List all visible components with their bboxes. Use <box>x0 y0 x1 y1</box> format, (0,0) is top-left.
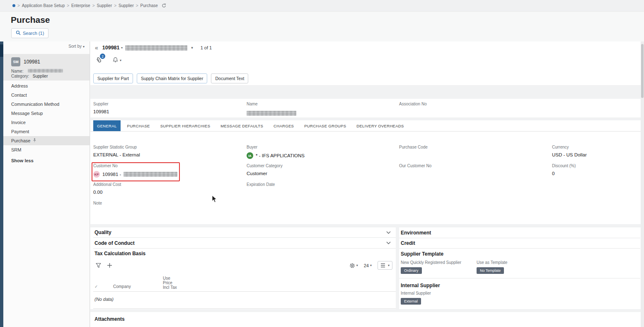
note-label: Note <box>93 201 102 205</box>
view-toggle-button[interactable]: ▾ <box>378 261 392 270</box>
no-template-badge: No Template <box>477 267 504 274</box>
buyer-label: Buyer <box>247 145 305 149</box>
currency-value[interactable]: USD - US Dollar <box>552 152 587 157</box>
credit-title: Credit <box>401 240 415 246</box>
tab-general[interactable]: GENERAL <box>93 120 121 131</box>
column-use-price-incl-tax[interactable]: Use Price Incl Tax <box>163 276 177 290</box>
field-buyer: Buyer IA * - IFS APPLICATIONS <box>247 145 305 159</box>
supplier-statistic-group-value[interactable]: EXTERNAL - External <box>93 152 140 157</box>
supply-chain-matrix-button[interactable]: Supply Chain Matrix for Supplier <box>137 73 208 83</box>
notifications-bell-icon[interactable] <box>113 57 118 63</box>
quality-title: Quality <box>94 229 111 235</box>
record-card-avatar: SM <box>11 57 20 66</box>
refresh-icon[interactable] <box>162 3 166 8</box>
search-button[interactable]: Search (1) <box>11 28 48 38</box>
purchase-screen: Application Base Setup Enterprise Suppli… <box>0 0 644 327</box>
supplier-template-title: Supplier Template <box>401 251 443 257</box>
supplier-for-part-button[interactable]: Supplier for Part <box>93 73 133 83</box>
chevron-down-icon[interactable] <box>386 242 391 244</box>
column-use-line: Use <box>163 276 177 281</box>
sidebar-item-contact[interactable]: Contact <box>3 90 90 100</box>
search-button-label: Search (1) <box>23 31 44 36</box>
table-settings-gear-icon[interactable]: ▾ <box>349 263 358 268</box>
filter-icon[interactable] <box>96 263 101 268</box>
chevron-down-icon: ▾ <box>388 264 390 267</box>
summary-name: Name <box>247 102 296 117</box>
separator <box>90 309 644 312</box>
tab-delivery-overheads[interactable]: DELIVERY OVERHEADS <box>353 120 407 131</box>
new-quickly-registered-supplier-label: New Quickly Registered Supplier <box>401 260 461 265</box>
tab-purchase-groups[interactable]: PURCHASE GROUPS <box>300 120 350 131</box>
breadcrumb-item-enterprise[interactable]: Enterprise <box>67 3 90 8</box>
field-discount: Discount (%) 0 <box>552 164 576 176</box>
customer-no-label: Customer No <box>93 164 177 168</box>
select-all-check-icon[interactable]: ✓ <box>94 284 98 289</box>
field-additional-cost: Additional Cost 0.00 <box>93 182 121 195</box>
record-card[interactable]: SM 109981 Name: Category: Supplier <box>3 54 90 81</box>
attachments-icon[interactable] <box>96 57 102 63</box>
add-row-icon[interactable] <box>107 263 112 268</box>
tab-supplier-hierarchies[interactable]: SUPPLIER HIERARCHIES <box>157 120 214 131</box>
document-text-button[interactable]: Document Text <box>211 73 248 83</box>
additional-cost-label: Additional Cost <box>93 182 121 187</box>
section-tax-calculation-basis: Tax Calculation Basis <box>93 249 396 259</box>
left-rail <box>0 41 3 327</box>
code-of-conduct-title: Code of Conduct <box>94 240 135 246</box>
show-less[interactable]: Show less <box>3 156 90 165</box>
currency-label: Currency <box>552 145 587 149</box>
field-expiration-date: Expiration Date <box>247 182 275 190</box>
tab-charges[interactable]: CHARGES <box>270 120 298 131</box>
buyer-value[interactable]: * - IFS APPLICATIONS <box>256 153 305 158</box>
record-toolbar: 2 ▾ <box>96 57 121 63</box>
page-title: Purchase <box>11 15 50 25</box>
tab-message-defaults[interactable]: MESSAGE DEFAULTS <box>217 120 267 131</box>
search-icon <box>16 30 21 36</box>
redacted-text <box>125 45 187 51</box>
breadcrumb-item-supplier-2[interactable]: Supplier <box>114 3 134 8</box>
scrollbar-thumb[interactable] <box>641 44 644 98</box>
tab-purchase[interactable]: PURCHASE <box>123 120 154 131</box>
sort-by-control[interactable]: Sort by▾ <box>68 44 85 49</box>
sidebar-item-purchase[interactable]: Purchase <box>3 136 90 145</box>
left-rail-active-indicator[interactable] <box>0 44 3 57</box>
record-dropdown-icon[interactable]: ▾ <box>191 46 193 50</box>
chevron-down-icon[interactable] <box>386 231 391 234</box>
field-customer-category: Customer Category Customer <box>247 164 283 176</box>
section-environment[interactable]: Environment <box>399 227 640 238</box>
sidebar-item-communication-method[interactable]: Communication Method <box>3 100 90 109</box>
separator <box>396 227 399 309</box>
sidebar-item-srm[interactable]: SRM <box>3 145 90 154</box>
external-badge: External <box>401 298 421 305</box>
field-our-customer-no: Our Customer No <box>399 164 431 171</box>
sidebar-item-payment[interactable]: Payment <box>3 127 90 136</box>
section-code-of-conduct[interactable]: Code of Conduct <box>93 238 396 249</box>
sidebar-item-address[interactable]: Address <box>3 81 90 90</box>
breadcrumb-item-supplier-1[interactable]: Supplier <box>92 3 112 8</box>
app-home-icon[interactable] <box>12 4 15 7</box>
summary-supplier: Supplier 109981 <box>93 102 109 114</box>
section-quality[interactable]: Quality <box>93 227 396 238</box>
section-credit[interactable]: Credit <box>399 238 640 249</box>
internal-supplier-title: Internal Supplier <box>401 283 440 288</box>
breadcrumb-item-purchase[interactable]: Purchase <box>136 3 158 8</box>
customer-avatar: KP <box>93 171 100 178</box>
attachments-section[interactable]: Attachments <box>90 312 644 327</box>
mouse-cursor <box>212 195 217 203</box>
customer-category-value: Customer <box>247 171 283 176</box>
tab-bar: GENERAL PURCHASE SUPPLIER HIERARCHIES ME… <box>90 120 644 132</box>
page-size-select[interactable]: 24 ▾ <box>364 263 372 268</box>
column-company[interactable]: Company <box>113 284 131 289</box>
list-view-icon <box>380 263 385 268</box>
redacted-text <box>123 172 177 177</box>
sidebar-item-invoice[interactable]: Invoice <box>3 118 90 127</box>
sidebar-item-purchase-label: Purchase <box>11 136 30 145</box>
collapse-panel-icon[interactable]: « <box>95 44 98 51</box>
vertical-scrollbar[interactable] <box>641 41 644 327</box>
separator <box>90 85 644 99</box>
field-purchase-code: Purchase Code <box>399 145 428 152</box>
customer-no-value[interactable]: 109981 - <box>102 172 121 177</box>
chevron-down-icon[interactable]: ▾ <box>120 59 121 62</box>
breadcrumb-item-application-base-setup[interactable]: Application Base Setup <box>17 3 65 8</box>
sidebar-item-message-setup[interactable]: Message Setup <box>3 109 90 118</box>
supplier-value: 109981 <box>93 109 109 114</box>
